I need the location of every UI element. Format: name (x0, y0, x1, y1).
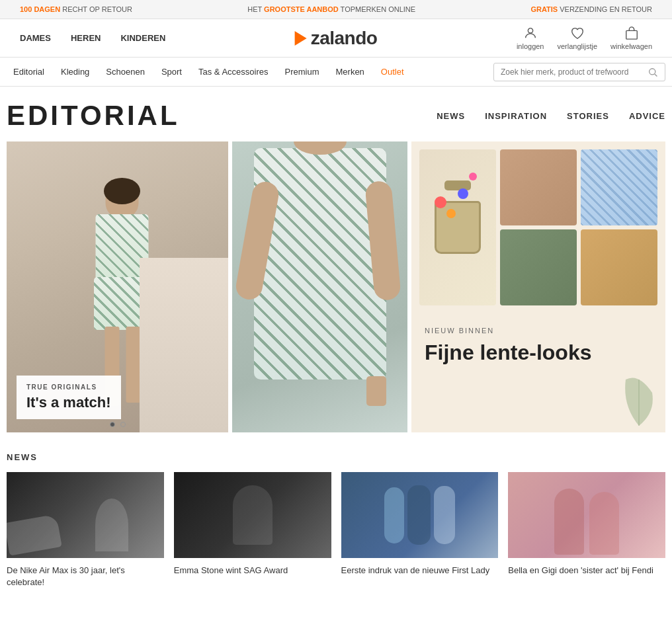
main-nav: Editorial Kleding Schoenen Sport Tas & A… (0, 58, 672, 87)
bag-icon (624, 26, 639, 40)
svg-point-2 (650, 68, 655, 74)
wishlist-label: verlanglijstje (557, 42, 597, 50)
news-caption-4: Bella en Gigi doen 'sister act' bij Fend… (508, 565, 665, 577)
editorial-right-items (411, 141, 665, 313)
search-input[interactable] (501, 67, 644, 77)
banner-right-highlight: GRATIS (530, 5, 558, 13)
banner-right-text: VERZENDING EN RETOUR (560, 5, 652, 13)
editorial-header: EDITORIAL NEWS INSPIRATION STORIES ADVIC… (7, 100, 665, 132)
svg-line-3 (655, 73, 657, 76)
news-image-4 (508, 472, 665, 558)
header: DAMES HEREN KINDEREN zalando inloggen ve… (0, 19, 672, 58)
right-item-bag (419, 149, 496, 305)
main-nav-links: Editorial Kleding Schoenen Sport Tas & A… (7, 58, 493, 86)
cart-icon-group[interactable]: winkelwagen (610, 26, 652, 50)
editorial-title: EDITORIAL (7, 100, 180, 132)
login-icon-group[interactable]: inloggen (517, 26, 544, 50)
user-icon (523, 26, 538, 40)
banner-center-highlight: GROOTSTE AANBOD (264, 5, 339, 13)
banner-center: HET GROOTSTE AANBOD TOPMERKEN ONLINE (247, 5, 415, 13)
svg-rect-1 (626, 30, 637, 39)
dot-2[interactable] (120, 422, 126, 427)
logo-play-icon (295, 31, 307, 46)
news-grid: De Nike Air Max is 30 jaar, let's celebr… (7, 472, 665, 588)
right-item-shoes (500, 149, 577, 225)
nav-heren[interactable]: HEREN (71, 33, 101, 43)
nav-premium[interactable]: Premium (284, 67, 319, 77)
editorial-caption-left: TRUE ORIGINALS It's a match! (17, 376, 121, 419)
editorial-center-image (232, 141, 407, 432)
nav-schoenen[interactable]: Schoenen (106, 67, 145, 77)
content-grid: TRUE ORIGINALS It's a match! (7, 141, 665, 432)
dot-1[interactable] (110, 422, 115, 427)
banner-right: GRATIS VERZENDING EN RETOUR (530, 5, 652, 13)
editorial-tag-left: TRUE ORIGINALS (26, 383, 111, 391)
nav-dames[interactable]: DAMES (20, 33, 51, 43)
editorial-right-tag: NIEUW BINNEN (425, 327, 652, 335)
tab-news[interactable]: NEWS (437, 111, 465, 121)
nav-merken[interactable]: Merken (336, 67, 364, 77)
news-caption-1: De Nike Air Max is 30 jaar, let's celebr… (7, 565, 164, 588)
nav-kinderen[interactable]: KINDEREN (120, 33, 165, 43)
header-actions: inloggen verlanglijstje winkelwagen (517, 26, 652, 50)
nav-tas[interactable]: Tas & Accessoires (198, 67, 269, 77)
nav-kleding[interactable]: Kleding (61, 67, 89, 77)
news-image-3 (341, 472, 499, 558)
logo-text: zalando (311, 28, 378, 49)
right-item-pants (500, 229, 577, 305)
news-image-2 (174, 472, 331, 558)
news-item-1[interactable]: De Nike Air Max is 30 jaar, let's celebr… (7, 472, 164, 588)
leaf-decoration (619, 373, 659, 426)
banner-left: 100 DAGEN RECHT OP RETOUR (20, 5, 132, 13)
right-item-sunglasses (581, 229, 657, 305)
editorial-right-overlay: NIEUW BINNEN Fijne lente-looks (411, 313, 665, 378)
editorial-tabs: NEWS INSPIRATION STORIES ADVICE (437, 111, 665, 121)
tab-stories[interactable]: STORIES (567, 111, 609, 121)
news-caption-3: Eerste indruk van de nieuwe First Lady (341, 565, 499, 577)
top-banner: 100 DAGEN RECHT OP RETOUR HET GROOTSTE A… (0, 0, 672, 19)
editorial-right-title: Fijne lente-looks (425, 340, 652, 365)
nav-sport[interactable]: Sport (161, 67, 182, 77)
tab-inspiration[interactable]: INSPIRATION (485, 111, 547, 121)
header-nav: DAMES HEREN KINDEREN (20, 33, 165, 43)
editorial-card-left[interactable]: TRUE ORIGINALS It's a match! (7, 141, 228, 432)
news-section: NEWS De Nike Air Max is 30 jaar, let's c… (0, 439, 672, 602)
search-icon[interactable] (648, 67, 658, 77)
svg-point-0 (528, 28, 532, 33)
news-item-3[interactable]: Eerste indruk van de nieuwe First Lady (341, 472, 499, 588)
editorial-section: EDITORIAL NEWS INSPIRATION STORIES ADVIC… (0, 87, 672, 439)
tab-advice[interactable]: ADVICE (629, 111, 665, 121)
news-image-1 (7, 472, 164, 558)
news-caption-2: Emma Stone wint SAG Award (174, 565, 331, 577)
heart-icon (570, 26, 585, 40)
carousel-dots (110, 422, 126, 427)
editorial-card-right[interactable]: NIEUW BINNEN Fijne lente-looks (411, 141, 665, 432)
news-item-4[interactable]: Bella en Gigi doen 'sister act' bij Fend… (508, 472, 665, 588)
editorial-card-center[interactable] (232, 141, 407, 432)
logo[interactable]: zalando (295, 28, 378, 49)
news-section-title: NEWS (7, 452, 665, 462)
editorial-title-left: It's a match! (26, 394, 111, 411)
nav-editorial[interactable]: Editorial (13, 67, 44, 77)
news-item-2[interactable]: Emma Stone wint SAG Award (174, 472, 331, 588)
right-item-shirt (581, 149, 657, 225)
login-label: inloggen (517, 42, 544, 50)
wishlist-icon-group[interactable]: verlanglijstje (557, 26, 597, 50)
banner-left-text: RECHT OP RETOUR (62, 5, 132, 13)
search-box[interactable] (493, 63, 665, 81)
banner-left-highlight: 100 DAGEN (20, 5, 60, 13)
nav-outlet[interactable]: Outlet (381, 67, 404, 77)
cart-label: winkelwagen (610, 42, 652, 50)
